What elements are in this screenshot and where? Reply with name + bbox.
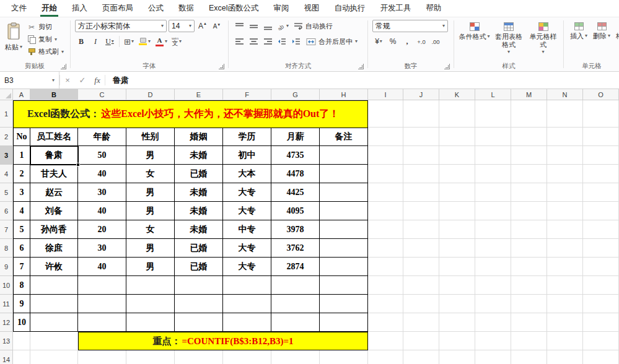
- cell-C3[interactable]: 50: [78, 146, 126, 165]
- cell-N9[interactable]: [547, 258, 583, 276]
- cell-A12[interactable]: 10: [13, 313, 30, 332]
- cell-D10[interactable]: [126, 276, 175, 295]
- cell-K9[interactable]: [439, 258, 475, 276]
- cell-N2[interactable]: [547, 128, 583, 146]
- cell-styles-button[interactable]: 单元格样式▾: [527, 20, 559, 61]
- cell-N13[interactable]: [547, 332, 583, 350]
- cell-K14[interactable]: [439, 350, 475, 364]
- cell-E6[interactable]: 未婚: [175, 202, 223, 220]
- cell-D11[interactable]: [126, 295, 175, 313]
- cut-button[interactable]: ✂剪切: [25, 21, 66, 33]
- font-color-button[interactable]: A▾: [154, 35, 169, 48]
- cell-J6[interactable]: [403, 202, 439, 220]
- cell-K11[interactable]: [439, 295, 475, 313]
- cell-M11[interactable]: [511, 295, 547, 313]
- cell-H8[interactable]: [320, 239, 368, 258]
- decrease-indent-button[interactable]: [276, 35, 288, 48]
- italic-button[interactable]: I: [89, 35, 102, 48]
- font-name-select[interactable]: 方正小标宋简体▾: [75, 20, 167, 32]
- cell-O14[interactable]: [583, 350, 619, 364]
- cell-D14[interactable]: [126, 350, 175, 364]
- cell-B4[interactable]: 甘夫人: [30, 165, 78, 183]
- align-middle-button[interactable]: [247, 20, 260, 32]
- column-header-K[interactable]: K: [439, 89, 475, 100]
- cell-A13[interactable]: [13, 332, 30, 350]
- cell-G7[interactable]: 3978: [271, 220, 320, 239]
- cell-I3[interactable]: [368, 146, 403, 165]
- cell-L7[interactable]: [475, 220, 511, 239]
- number-format-select[interactable]: 常规▾: [372, 20, 448, 32]
- cell-E4[interactable]: 已婚: [175, 165, 223, 183]
- row-header-2[interactable]: 2: [0, 128, 13, 146]
- bold-button[interactable]: B: [75, 35, 87, 48]
- cell-B13[interactable]: [30, 332, 78, 350]
- cell-G2[interactable]: 月薪: [271, 128, 320, 146]
- cell-D12[interactable]: [126, 313, 175, 332]
- cell-H2[interactable]: 备注: [320, 128, 368, 146]
- paste-button[interactable]: 粘贴▾: [4, 20, 24, 61]
- cell-N12[interactable]: [547, 313, 583, 332]
- cell-A8[interactable]: 6: [13, 239, 30, 258]
- decrease-font-button[interactable]: A▼: [211, 20, 223, 32]
- row-header-1[interactable]: 1: [0, 100, 13, 128]
- cell-K1[interactable]: [439, 100, 475, 128]
- cell-H11[interactable]: [320, 295, 368, 313]
- cell-F12[interactable]: [223, 313, 271, 332]
- cell-A3[interactable]: 1: [13, 146, 30, 165]
- cell-J13[interactable]: [403, 332, 439, 350]
- cell-H3[interactable]: [320, 146, 368, 165]
- format-cells-button[interactable]: 格式▾: [614, 20, 619, 61]
- cell-N10[interactable]: [547, 276, 583, 295]
- fill-color-button[interactable]: ▾: [137, 35, 152, 48]
- cell-I10[interactable]: [368, 276, 403, 295]
- cell-G5[interactable]: 4425: [271, 183, 320, 202]
- cell-F4[interactable]: 大本: [223, 165, 271, 183]
- cell-H4[interactable]: [320, 165, 368, 183]
- cell-J8[interactable]: [403, 239, 439, 258]
- align-center-button[interactable]: [247, 35, 260, 48]
- column-header-O[interactable]: O: [583, 89, 619, 100]
- column-header-L[interactable]: L: [475, 89, 511, 100]
- cell-O10[interactable]: [583, 276, 619, 295]
- cell-I4[interactable]: [368, 165, 403, 183]
- menu-tab-excel-functions[interactable]: Excel函数公式: [201, 0, 266, 17]
- cell-M8[interactable]: [511, 239, 547, 258]
- cell-K8[interactable]: [439, 239, 475, 258]
- cell-D5[interactable]: 男: [126, 183, 175, 202]
- cell-M9[interactable]: [511, 258, 547, 276]
- cell-K6[interactable]: [439, 202, 475, 220]
- cancel-icon[interactable]: ×: [60, 72, 75, 89]
- cell-E9[interactable]: 已婚: [175, 258, 223, 276]
- cell-L8[interactable]: [475, 239, 511, 258]
- cell-I6[interactable]: [368, 202, 403, 220]
- cell-B8[interactable]: 徐庶: [30, 239, 78, 258]
- cell-K12[interactable]: [439, 313, 475, 332]
- cell-E8[interactable]: 已婚: [175, 239, 223, 258]
- cell-D4[interactable]: 女: [126, 165, 175, 183]
- cell-G8[interactable]: 3762: [271, 239, 320, 258]
- row-header-7[interactable]: 7: [0, 220, 13, 239]
- cell-O12[interactable]: [583, 313, 619, 332]
- align-bottom-button[interactable]: [261, 20, 274, 32]
- cell-L12[interactable]: [475, 313, 511, 332]
- orientation-button[interactable]: ab▾: [276, 20, 290, 32]
- cell-A14[interactable]: [13, 350, 30, 364]
- cell-I14[interactable]: [368, 350, 403, 364]
- cell-D9[interactable]: 男: [126, 258, 175, 276]
- cell-I13[interactable]: [368, 332, 403, 350]
- cell-L9[interactable]: [475, 258, 511, 276]
- cell-K10[interactable]: [439, 276, 475, 295]
- menu-tab-file[interactable]: 文件: [4, 0, 34, 17]
- cell-F11[interactable]: [223, 295, 271, 313]
- cell-O13[interactable]: [583, 332, 619, 350]
- menu-tab-home[interactable]: 开始: [34, 0, 64, 17]
- cell-M5[interactable]: [511, 183, 547, 202]
- row-header-8[interactable]: 8: [0, 239, 13, 258]
- cell-I8[interactable]: [368, 239, 403, 258]
- cell-F5[interactable]: 大专: [223, 183, 271, 202]
- row-header-12[interactable]: 12: [0, 313, 13, 332]
- cell-J14[interactable]: [403, 350, 439, 364]
- cell-O2[interactable]: [583, 128, 619, 146]
- cell-I9[interactable]: [368, 258, 403, 276]
- cell-L11[interactable]: [475, 295, 511, 313]
